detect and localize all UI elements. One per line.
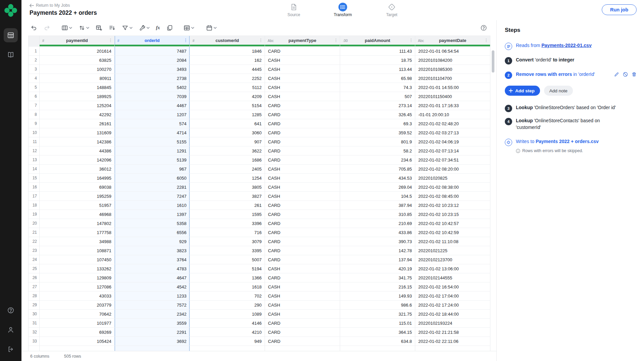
step-4[interactable]: 4 Lookup 'OnlineStoreContacts' based on … bbox=[505, 118, 636, 131]
cell-orderId[interactable]: 4783 bbox=[115, 264, 190, 273]
cell-paidAmount[interactable]: 269.04 bbox=[340, 183, 415, 192]
sidebar-item-library[interactable] bbox=[4, 48, 18, 62]
cell-paidAmount[interactable]: 390.73 bbox=[340, 237, 415, 246]
row-number[interactable]: 14 bbox=[28, 165, 40, 174]
row-number[interactable]: 26 bbox=[28, 273, 40, 282]
cell-paymentDate[interactable]: 2022-01-02 11:10:08 bbox=[415, 237, 490, 246]
cell-paidAmount[interactable]: 115.01 bbox=[340, 319, 415, 328]
cell-orderId[interactable]: 4542 bbox=[115, 282, 190, 291]
cell-paymentType[interactable]: CARD bbox=[265, 328, 340, 337]
cell-paymentType[interactable]: CASH bbox=[265, 192, 340, 201]
column-menu-icon[interactable]: ⋮ bbox=[108, 38, 113, 43]
cell-orderId[interactable]: 2084 bbox=[115, 56, 190, 65]
columns-menu-button[interactable] bbox=[60, 23, 74, 33]
cell-orderId[interactable]: 1233 bbox=[115, 291, 190, 301]
row-number[interactable]: 20 bbox=[28, 219, 40, 228]
cell-paymentId[interactable]: 105424 bbox=[40, 337, 115, 346]
formula-button[interactable]: fx bbox=[154, 24, 162, 32]
cell-paymentType[interactable]: CASH bbox=[265, 65, 340, 74]
redo-button[interactable] bbox=[42, 23, 52, 33]
cell-paymentType[interactable]: CASH bbox=[265, 74, 340, 83]
cell-paymentId[interactable]: 131609 bbox=[40, 128, 115, 137]
cell-paymentDate[interactable]: 2022-01-02 16:54:00 bbox=[415, 282, 490, 291]
cell-paymentDate[interactable]: 2022-01-01 14:55:00 bbox=[415, 83, 490, 92]
nav-source[interactable]: Source bbox=[283, 2, 305, 17]
cell-paidAmount[interactable]: 210.69 bbox=[340, 219, 415, 228]
run-job-button[interactable]: Run job bbox=[602, 4, 637, 15]
row-number[interactable]: 8 bbox=[28, 110, 40, 119]
cell-customerId[interactable]: 4146 bbox=[190, 319, 265, 328]
cell-paidAmount[interactable]: 310.85 bbox=[340, 210, 415, 219]
cell-paymentId[interactable]: 26161 bbox=[40, 119, 115, 128]
cell-orderId[interactable]: 5402 bbox=[115, 83, 190, 92]
row-number[interactable]: 31 bbox=[28, 319, 40, 328]
cell-paymentId[interactable]: 195259 bbox=[40, 192, 115, 201]
cell-orderId[interactable]: 7039 bbox=[115, 92, 190, 101]
cell-paymentId[interactable]: 177758 bbox=[40, 228, 115, 237]
cell-paymentId[interactable]: 108871 bbox=[40, 246, 115, 255]
step-target[interactable]: Writes to Payments 2022 + orders.csv bbox=[505, 138, 636, 146]
cell-paymentType[interactable]: CARD bbox=[265, 219, 340, 228]
cell-paymentDate[interactable]: 202201020825 bbox=[415, 174, 490, 183]
cell-paymentDate[interactable]: 2022-01-02 07:13:14 bbox=[415, 146, 490, 155]
step-2-active[interactable]: 2 Remove rows with errors in 'orderId' bbox=[505, 71, 636, 79]
cell-customerId[interactable]: 5194 bbox=[190, 264, 265, 273]
cell-orderId[interactable]: 3692 bbox=[115, 337, 190, 346]
cell-customerId[interactable]: 5007 bbox=[190, 255, 265, 264]
cell-paymentId[interactable]: 133262 bbox=[40, 264, 115, 273]
row-number[interactable]: 4 bbox=[28, 74, 40, 83]
row-number[interactable]: 18 bbox=[28, 201, 40, 210]
row-number[interactable]: 2 bbox=[28, 56, 40, 65]
row-number[interactable]: 19 bbox=[28, 210, 40, 219]
column-header-orderId[interactable]: #orderId⋮ bbox=[115, 36, 190, 47]
cell-paymentDate[interactable]: 2022-01-02 22:11:06 bbox=[415, 337, 490, 346]
cell-paymentDate[interactable]: 2022-01-02 17:04:00 bbox=[415, 291, 490, 301]
cell-paymentId[interactable]: 34988 bbox=[40, 237, 115, 246]
sidebar-item-data-grid[interactable] bbox=[4, 28, 18, 42]
cell-customerId[interactable]: 3396 bbox=[190, 219, 265, 228]
cell-customerId[interactable]: 2252 bbox=[190, 74, 265, 83]
cell-paymentType[interactable]: CARD bbox=[265, 119, 340, 128]
cell-paymentId[interactable]: 70642 bbox=[40, 310, 115, 319]
cell-paymentType[interactable]: CARD bbox=[265, 210, 340, 219]
cell-paymentType[interactable]: CARD bbox=[265, 110, 340, 119]
row-number[interactable]: 33 bbox=[28, 337, 40, 346]
cell-orderId[interactable]: 7487 bbox=[115, 47, 190, 56]
row-number[interactable]: 25 bbox=[28, 264, 40, 273]
column-header-paymentType[interactable]: AbcpaymentType⋮ bbox=[265, 36, 340, 47]
cell-orderId[interactable]: 3493 bbox=[115, 65, 190, 74]
cell-paymentDate[interactable]: 20220101085300 bbox=[415, 65, 490, 74]
cell-orderId[interactable]: 6556 bbox=[115, 228, 190, 237]
cell-customerId[interactable]: 641 bbox=[190, 119, 265, 128]
cell-paymentType[interactable]: CARD bbox=[265, 237, 340, 246]
cell-paymentDate[interactable]: 2022-01-02 10:23:15 bbox=[415, 210, 490, 219]
cell-paidAmount[interactable]: 359.52 bbox=[340, 128, 415, 137]
cell-customerId[interactable]: 5154 bbox=[190, 101, 265, 110]
disable-step-icon[interactable] bbox=[623, 72, 628, 77]
undo-button[interactable] bbox=[29, 23, 39, 33]
cell-paymentId[interactable]: 125204 bbox=[40, 101, 115, 110]
cell-paymentType[interactable]: CASH bbox=[265, 165, 340, 174]
edit-table-button[interactable] bbox=[94, 23, 104, 33]
cell-orderId[interactable]: 2291 bbox=[115, 328, 190, 337]
cell-paidAmount[interactable]: 273.14 bbox=[340, 101, 415, 110]
row-number[interactable]: 3 bbox=[28, 65, 40, 74]
cell-paymentId[interactable]: 147802 bbox=[40, 219, 115, 228]
cell-paymentDate[interactable]: 20220101150400 bbox=[415, 92, 490, 101]
cell-paymentType[interactable]: CASH bbox=[265, 183, 340, 192]
cell-customerId[interactable]: 3060 bbox=[190, 128, 265, 137]
cell-orderId[interactable]: 574 bbox=[115, 119, 190, 128]
row-number[interactable]: 27 bbox=[28, 282, 40, 291]
row-number[interactable]: 17 bbox=[28, 192, 40, 201]
cell-paymentDate[interactable]: 2022-01-02 10:42:57 bbox=[415, 219, 490, 228]
cell-customerId[interactable]: 2405 bbox=[190, 165, 265, 174]
step-3[interactable]: 3 Lookup 'OnlineStoreOrders' based on 'O… bbox=[505, 104, 636, 112]
cell-paymentDate[interactable]: 2022-01-02 17:24:00 bbox=[415, 301, 490, 310]
cell-paidAmount[interactable]: 326.45 bbox=[340, 110, 415, 119]
duplicate-button[interactable] bbox=[165, 23, 175, 33]
cell-paidAmount[interactable]: 216.15 bbox=[340, 282, 415, 291]
cell-orderId[interactable]: 4647 bbox=[115, 273, 190, 282]
cell-customerId[interactable]: 3395 bbox=[190, 246, 265, 255]
cell-orderId[interactable]: 2281 bbox=[115, 183, 190, 192]
cell-orderId[interactable]: 5358 bbox=[115, 219, 190, 228]
